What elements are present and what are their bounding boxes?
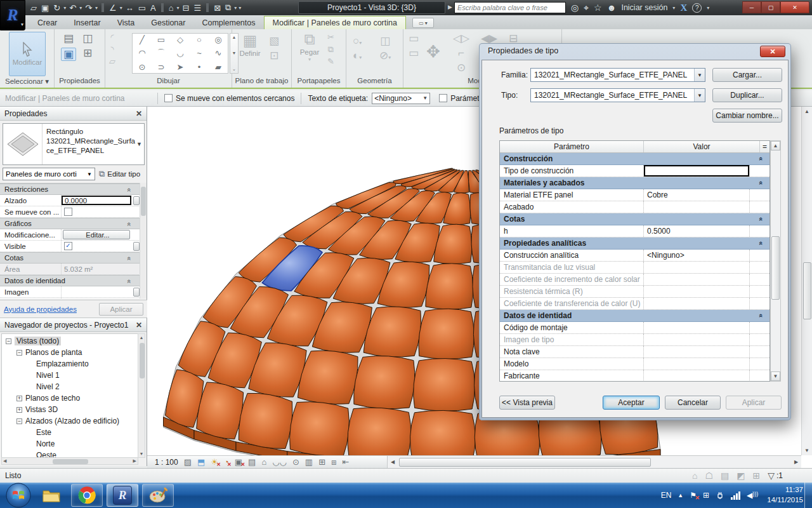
view-scale-label[interactable]: 1 : 100	[155, 458, 178, 467]
column-eq[interactable]: =	[760, 141, 769, 152]
etfe-panel[interactable]	[197, 382, 244, 439]
tree-item[interactable]: Nivel 2	[2, 381, 138, 392]
cancelar-button[interactable]: Cancelar	[665, 396, 721, 410]
property-row[interactable]: Modificacione... Editar... «	[0, 229, 140, 241]
type-parameter-row[interactable]: Imagen de tipo «	[500, 334, 769, 346]
properties-help-link[interactable]: Ayuda de propiedades	[4, 305, 77, 313]
pin-icon[interactable]: ⊙	[457, 62, 466, 73]
tree-expander-icon[interactable]: +	[16, 396, 22, 401]
ellipse-icon[interactable]: ⊙	[139, 62, 146, 72]
familia-dropdown[interactable]: 132021_MRectangle_Surface_ETFE_PANEL▼	[530, 68, 705, 82]
join-icon[interactable]: ◐▾	[353, 50, 362, 61]
workplane-viewer-icon[interactable]: ⊡	[270, 50, 278, 61]
line-icon[interactable]: ╱	[140, 35, 145, 44]
tree-item[interactable]: Este	[2, 427, 138, 438]
collapse-chevron-icon[interactable]: «	[757, 241, 765, 245]
paint-icon[interactable]: ▭	[409, 33, 419, 44]
type-parameter-row[interactable]: Modelo «	[500, 358, 769, 370]
etfe-panel[interactable]	[239, 393, 292, 448]
search-icon[interactable]: ◎	[571, 3, 579, 13]
pick-icon[interactable]: ➤	[177, 62, 184, 72]
rectangle-icon[interactable]: ▭	[157, 35, 165, 44]
thin-lines-icon[interactable]: ☰	[192, 3, 202, 13]
tree-expander-icon[interactable]: −	[6, 338, 11, 344]
taskbar-revit-button[interactable]: R	[107, 484, 138, 507]
tree-item[interactable]: − Planos de planta	[2, 347, 138, 358]
dialog-close-button[interactable]: ✕	[760, 46, 785, 57]
move-icon[interactable]: ✥	[426, 43, 440, 60]
scrollbar-thumb[interactable]	[399, 458, 651, 467]
shadows-icon[interactable]: ◔	[224, 458, 229, 466]
minimize-button[interactable]: ─	[742, 1, 761, 13]
type-parameter-row[interactable]: Coeficiente de transferencia de calor (U…	[500, 298, 769, 310]
type-parameter-row[interactable]: Resistencia térmica (R) «	[500, 286, 769, 298]
reveal-hidden-elements-icon[interactable]: ◡◡	[272, 458, 287, 466]
cargar-button[interactable]: Cargar...	[712, 68, 782, 82]
category-icon[interactable]: ⊞	[83, 48, 92, 58]
move-with-nearby-checkbox[interactable]	[164, 94, 173, 102]
chevron-down-icon[interactable]: ▼	[136, 141, 142, 147]
fillet-arc-icon[interactable]: ~	[197, 48, 202, 58]
tab-modificar-contextual[interactable]: Modificar | Paneles de muro cortina	[264, 16, 406, 29]
project-browser-header[interactable]: Navegador de proyectos - Proyecto1 ✕	[0, 318, 147, 332]
tree-expander-icon[interactable]: +	[16, 407, 22, 413]
tab-crear[interactable]: Crear	[29, 17, 65, 29]
property-row[interactable]: Comentarios «	[0, 298, 140, 298]
collapse-chevron-icon[interactable]: «	[757, 181, 765, 185]
collapse-chevron-icon[interactable]: «	[126, 222, 133, 226]
cut-icon[interactable]: ✂	[327, 33, 334, 41]
text-icon[interactable]: A	[149, 3, 157, 13]
type-parameter-row[interactable]: Nota clave «	[500, 346, 769, 358]
power-plug-icon[interactable]	[716, 491, 724, 500]
communication-center-icon[interactable]: ⌖	[584, 3, 589, 13]
polygon-icon[interactable]: ◇	[177, 35, 183, 44]
locked-3d-view-icon[interactable]: ⌂	[261, 458, 266, 466]
highlight-displacement-icon[interactable]: ⧈	[331, 458, 336, 466]
redo-icon[interactable]: ↷	[84, 3, 93, 13]
edit-model-icon[interactable]: ◩	[737, 471, 745, 481]
crop-view-icon[interactable]: ▣	[235, 458, 242, 466]
panel-label[interactable]: Seleccionar ▾	[0, 77, 54, 88]
tree-item[interactable]: + Planos de techo	[2, 392, 138, 404]
properties-scrollbar[interactable]	[140, 183, 147, 298]
canvas-vertical-scrollbar[interactable]: ▲▼	[801, 107, 812, 455]
tree-expander-icon[interactable]: −	[16, 418, 22, 424]
customize-qat-icon[interactable]: ▾	[239, 5, 241, 11]
panel-label[interactable]: Geometría	[346, 77, 403, 88]
collapse-chevron-icon[interactable]: «	[126, 188, 133, 192]
split-icon[interactable]: ⊟	[509, 33, 518, 44]
pegar-label[interactable]: Pegar	[300, 48, 320, 56]
tree-item[interactable]: − Vistas (todo)	[2, 335, 138, 347]
chevron-down-icon[interactable]: ▾	[177, 5, 180, 11]
design-options-icon[interactable]: ☖	[705, 471, 713, 481]
aplicar-button[interactable]: Aplicar	[726, 396, 782, 410]
worksharing-display-icon[interactable]: ▥	[305, 458, 313, 466]
show-crop-region-icon[interactable]: ▤	[248, 458, 256, 466]
tab-complementos[interactable]: Complementos	[193, 17, 263, 29]
etfe-panel[interactable]	[426, 264, 473, 309]
column-valor[interactable]: Valor	[644, 141, 760, 152]
property-row[interactable]: Imagen «	[0, 286, 140, 298]
type-parameter-row[interactable]: Datos de identidad «	[500, 310, 769, 322]
property-row[interactable]: Cotas «	[0, 252, 140, 264]
panel-label[interactable]: Plano de trabajo	[232, 77, 291, 88]
type-parameter-row[interactable]: Material ETFE panel Cobre «	[500, 189, 769, 201]
split-element-icon[interactable]: ▭	[409, 48, 419, 58]
tree-item[interactable]: Nivel 1	[2, 370, 138, 381]
section-icon[interactable]: ⊟	[181, 3, 191, 13]
type-parameter-row[interactable]: Transmitancia de luz visual «	[500, 262, 769, 274]
tray-expand-icon[interactable]: ▲	[678, 492, 683, 498]
chevron-down-icon[interactable]: ▾	[234, 5, 237, 11]
detail-level-icon[interactable]: ▨	[184, 458, 192, 466]
type-parameter-row[interactable]: Construcción analítica <Ninguno> «	[500, 250, 769, 262]
close-button[interactable]: ✕	[780, 1, 809, 13]
panel-label[interactable]: Dibujar	[105, 77, 232, 88]
chevron-down-icon[interactable]: ▾	[63, 5, 66, 11]
tree-item[interactable]: Norte	[2, 438, 138, 450]
property-row[interactable]: Área 5.032 m² «	[0, 264, 140, 275]
type-properties-icon[interactable]: ▣	[61, 48, 76, 61]
ribbon-collapse-button[interactable]: ▭▾	[412, 18, 434, 28]
type-parameter-row[interactable]: Código de montaje «	[500, 322, 769, 334]
save-icon[interactable]: ▣	[40, 3, 50, 13]
language-indicator[interactable]: EN	[661, 491, 672, 500]
